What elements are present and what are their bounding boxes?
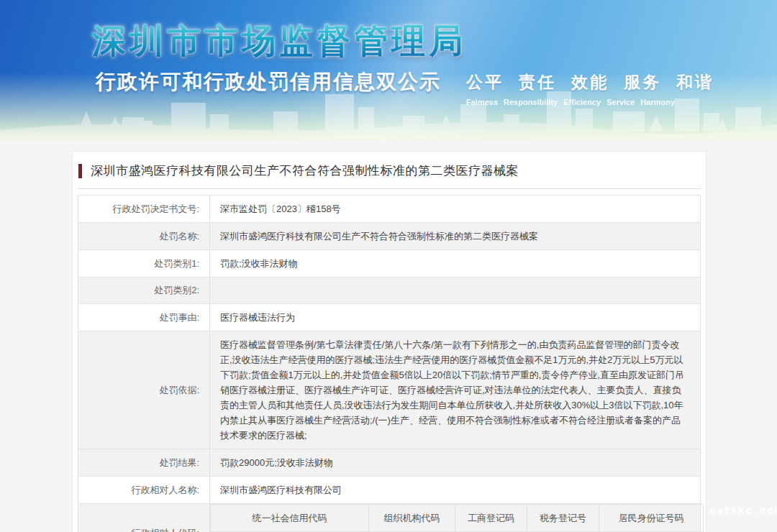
slogan-cn-item: 公平 [466, 73, 504, 91]
row-label: 处罚事由: [78, 304, 210, 331]
row-value: 深圳市盛鸿医疗科技有限公司 [210, 477, 701, 504]
code-col-header: 统一社会信用代码 [211, 505, 369, 532]
table-row: 处罚依据:医疗器械监督管理条例/第七章法律责任/第八十六条/第一款有下列情形之一… [78, 331, 701, 449]
slogan-en-item: Efficiency [563, 98, 601, 106]
row-value: 罚款;没收非法财物 [210, 250, 701, 278]
watermark: eatskc.com [709, 505, 777, 518]
slogan-en-item: Service [606, 98, 635, 106]
page: { "header": { "org_name": "深圳市市场监督管理局", … [0, 0, 777, 532]
table-row: 处罚结果:罚款29000元;没收非法财物 [78, 449, 701, 477]
code-table-body: 统一社会信用代码组织机构代码工商登记码税务登记号居民身份证号码91440300M… [211, 505, 704, 532]
slogan-cn-item: 服务 [624, 73, 661, 91]
title-accent-bar [78, 164, 82, 178]
slogan-cn: 公平责任效能服务和谐 [466, 71, 729, 93]
slogan-cn-item: 效能 [571, 73, 609, 91]
title-divider [78, 188, 701, 189]
slogan-en-item: Faimess [466, 98, 498, 106]
code-row-cell: 统一社会信用代码组织机构代码工商登记码税务登记号居民身份证号码91440300M… [210, 504, 701, 532]
penalty-info-table: 行政处罚决定书文号:深市监处罚〔2023〕稽158号处罚名称:深圳市盛鸿医疗科技… [78, 195, 701, 532]
row-label: 处罚类别2: [78, 278, 210, 304]
table-row: 处罚类别2: [78, 278, 701, 304]
code-table: 统一社会信用代码组织机构代码工商登记码税务登记号居民身份证号码91440300M… [210, 504, 704, 532]
table-row: 行政相对人名称:深圳市盛鸿医疗科技有限公司 [78, 477, 701, 504]
code-row: 行政相对人代码:统一社会信用代码组织机构代码工商登记码税务登记号居民身份证号码9… [78, 504, 701, 532]
code-col-header: 居民身份证号码 [599, 505, 704, 532]
slogan-cn-item: 责任 [519, 73, 556, 91]
row-value: 医疗器械违法行为 [210, 304, 701, 331]
table-row: 处罚名称:深圳市盛鸿医疗科技有限公司生产不符合符合强制性标准的第二类医疗器械案 [78, 223, 701, 250]
row-value: 深市监处罚〔2023〕稽158号 [210, 196, 701, 223]
row-label: 行政处罚决定书文号: [78, 196, 210, 223]
case-title-row: 深圳市盛鸿医疗科技有限公司生产不符合符合强制性标准的第二类医疗器械案 [78, 152, 701, 188]
org-name-title: 深圳市市场监督管理局 [92, 19, 466, 64]
slogan-en: FaimessResponsibilityEfficiencyServiceHa… [466, 95, 729, 108]
slogan-en-item: Harmony [640, 98, 675, 106]
code-col-header: 税务登记号 [527, 505, 599, 532]
row-value: 深圳市盛鸿医疗科技有限公司生产不符合符合强制性标准的第二类医疗器械案 [210, 223, 701, 250]
row-label: 处罚类别1: [78, 250, 210, 278]
row-value: 医疗器械监督管理条例/第七章法律责任/第八十六条/第一款有下列情形之一的,由负责… [210, 331, 701, 449]
page-title: 深圳市盛鸿医疗科技有限公司生产不符合符合强制性标准的第二类医疗器械案 [91, 162, 519, 179]
slogan-cn-item: 和谐 [676, 73, 714, 91]
row-value [210, 278, 701, 304]
code-header-row: 统一社会信用代码组织机构代码工商登记码税务登记号居民身份证号码 [211, 505, 704, 532]
row-label: 处罚名称: [78, 223, 210, 250]
row-label: 处罚结果: [78, 449, 210, 477]
row-label: 处罚依据: [78, 331, 210, 449]
content-panel: 深圳市盛鸿医疗科技有限公司生产不符合符合强制性标准的第二类医疗器械案 行政处罚决… [72, 151, 706, 532]
row-value: 罚款29000元;没收非法财物 [210, 449, 701, 477]
code-col-header: 组织机构代码 [369, 505, 455, 532]
slogan-en-item: Responsibility [504, 98, 558, 106]
table-row: 处罚类别1:罚款;没收非法财物 [78, 250, 701, 278]
table-row: 行政处罚决定书文号:深市监处罚〔2023〕稽158号 [78, 196, 701, 223]
banner-subtitle: 行政许可和行政处罚信用信息双公示 [96, 68, 441, 96]
table-row: 处罚事由:医疗器械违法行为 [78, 304, 701, 331]
code-row-label: 行政相对人代码: [78, 504, 210, 532]
site-banner: 深圳市市场监督管理局 行政许可和行政处罚信用信息双公示 公平责任效能服务和谐 F… [0, 0, 777, 140]
slogan-block: 公平责任效能服务和谐 FaimessResponsibilityEfficien… [466, 71, 729, 108]
row-label: 行政相对人名称: [78, 477, 210, 504]
code-col-header: 工商登记码 [455, 505, 527, 532]
info-table-body: 行政处罚决定书文号:深市监处罚〔2023〕稽158号处罚名称:深圳市盛鸿医疗科技… [78, 196, 701, 532]
